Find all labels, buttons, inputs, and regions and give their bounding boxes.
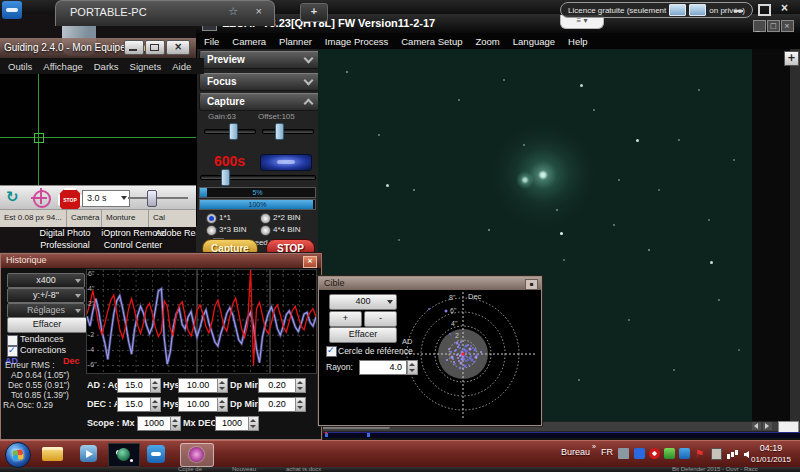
- cible-zoom-in-button[interactable]: +: [329, 311, 362, 327]
- cible-scale-select[interactable]: 400: [329, 294, 397, 310]
- bin-2x2-radio[interactable]: [260, 213, 271, 224]
- tray-bluetooth-icon[interactable]: [634, 448, 645, 459]
- ad-agr-field[interactable]: 15.0: [117, 378, 151, 393]
- reglages-select[interactable]: Réglages: [7, 303, 85, 318]
- historique-close-button[interactable]: ×: [303, 256, 317, 268]
- dec-hys-spinner[interactable]: [217, 397, 228, 412]
- rayon-field[interactable]: 4.0: [359, 360, 407, 375]
- status-mount[interactable]: Monture: [102, 210, 149, 227]
- teamviewer-icon[interactable]: [2, 1, 22, 19]
- ad-dpmin-field[interactable]: 0.20: [258, 378, 296, 393]
- phd-menu-signets[interactable]: Signets: [130, 61, 162, 72]
- menu-help[interactable]: Help: [568, 36, 588, 47]
- guide-camera-view[interactable]: [0, 74, 196, 185]
- phd-maximize-button[interactable]: [145, 40, 165, 55]
- preview-section-header[interactable]: Preview: [199, 51, 321, 69]
- ad-dpmin-spinner[interactable]: [295, 378, 306, 393]
- ad-agr-spinner[interactable]: [150, 378, 161, 393]
- tray-clipboard-icon[interactable]: [711, 448, 722, 460]
- ref-circle-checkbox[interactable]: [326, 346, 337, 357]
- menu-file[interactable]: File: [204, 36, 219, 47]
- dec-agr-spinner[interactable]: [150, 397, 161, 412]
- scroll-right-arrow[interactable]: [763, 422, 772, 430]
- session-maximize-button[interactable]: [754, 1, 772, 15]
- tray-display-icon[interactable]: [618, 448, 629, 459]
- loop-exposure-icon[interactable]: ↻: [6, 189, 28, 206]
- phd-menu-outils[interactable]: Outils: [8, 61, 32, 72]
- tray-app-icon[interactable]: [649, 448, 660, 459]
- dec-agr-field[interactable]: 15.0: [117, 397, 151, 412]
- menu-planner[interactable]: Planner: [279, 36, 312, 47]
- session-close-button[interactable]: ×: [778, 1, 796, 15]
- brightness-slider-thumb[interactable]: [147, 190, 157, 207]
- status-cal[interactable]: Cal: [149, 210, 187, 227]
- bureau-chevron[interactable]: »: [592, 443, 596, 450]
- gain-slider-thumb[interactable]: [229, 123, 238, 140]
- taskbar-teamviewer-icon[interactable]: [145, 443, 169, 465]
- tray-network-icon[interactable]: [727, 454, 730, 459]
- phd-minimize-button[interactable]: [124, 40, 144, 55]
- menu-zoom[interactable]: Zoom: [476, 36, 500, 47]
- phd-titlebar[interactable]: Guiding 2.4.0 - Mon Equipement ×: [0, 38, 196, 58]
- ezcap-minimize-button[interactable]: _: [753, 20, 766, 32]
- menu-language[interactable]: Language: [513, 36, 555, 47]
- tray-shield-icon[interactable]: [664, 448, 675, 459]
- session-minimize-button[interactable]: [730, 1, 748, 15]
- brightness-slider[interactable]: [128, 197, 188, 199]
- bin-1x1-radio[interactable]: [206, 213, 217, 224]
- cible-titlebar[interactable]: Cible ▪: [319, 277, 541, 290]
- session-tab[interactable]: PORTABLE-PC ☆ ×: [55, 0, 275, 26]
- tab-close-icon[interactable]: ×: [256, 5, 262, 17]
- historique-titlebar[interactable]: Historique ×: [1, 254, 321, 268]
- bureau-toolbar[interactable]: Bureau: [561, 447, 590, 457]
- ad-hys-spinner[interactable]: [217, 378, 228, 393]
- mx-ad-spinner[interactable]: [170, 416, 181, 431]
- dec-dpmin-spinner[interactable]: [295, 397, 306, 412]
- mx-dec-spinner[interactable]: [248, 416, 259, 431]
- taskbar-explorer-icon[interactable]: [40, 443, 66, 465]
- exposure-set-button[interactable]: [260, 154, 312, 171]
- phd-menu-darks[interactable]: Darks: [94, 61, 119, 72]
- dec-hys-field[interactable]: 10.00: [178, 397, 218, 412]
- menu-camera[interactable]: Camera: [232, 36, 266, 47]
- tray-flag-icon[interactable]: ⚑: [695, 448, 706, 459]
- rayon-spinner[interactable]: [407, 360, 418, 375]
- favorite-star-icon[interactable]: ☆: [228, 5, 238, 18]
- new-tab-button[interactable]: +: [300, 3, 328, 22]
- exposure-slider-thumb[interactable]: [221, 169, 230, 186]
- focus-section-header[interactable]: Focus: [199, 73, 321, 91]
- historique-effacer-button[interactable]: Effacer: [7, 317, 87, 333]
- mx-ad-field[interactable]: 1000: [137, 416, 171, 431]
- ezcap-close-button[interactable]: ×: [781, 20, 794, 32]
- offset-slider-thumb[interactable]: [275, 123, 284, 140]
- phd-menu-aide[interactable]: Aide: [172, 61, 191, 72]
- taskbar-phd-active-icon[interactable]: [180, 443, 214, 467]
- scroll-left-arrow[interactable]: [752, 422, 761, 430]
- dec-dpmin-field[interactable]: 0.20: [258, 397, 296, 412]
- bin-3x3-radio[interactable]: [206, 225, 217, 236]
- taskbar-planetarium-icon[interactable]: [108, 443, 140, 467]
- phd-menu-affichage[interactable]: Affichage: [43, 61, 82, 72]
- bin-4x4-radio[interactable]: [260, 225, 271, 236]
- start-button[interactable]: [5, 442, 31, 468]
- offset-slider[interactable]: [262, 129, 314, 134]
- cible-close-button[interactable]: ▪: [525, 279, 538, 290]
- menu-camera-setup[interactable]: Camera Setup: [401, 36, 462, 47]
- ezcap-maximize-button[interactable]: □: [767, 20, 780, 32]
- exposure-slider[interactable]: [200, 175, 316, 180]
- menu-image-process[interactable]: Image Process: [325, 36, 388, 47]
- cible-zoom-out-button[interactable]: -: [364, 311, 397, 327]
- zoom-plus-button[interactable]: +: [784, 51, 799, 66]
- tray-teamviewer-icon[interactable]: [679, 448, 690, 459]
- ad-hys-field[interactable]: 10.00: [178, 378, 218, 393]
- phd-close-button[interactable]: ×: [166, 40, 190, 55]
- language-indicator[interactable]: FR: [601, 447, 613, 457]
- capture-section-header[interactable]: Capture: [199, 93, 321, 111]
- mx-dec-field[interactable]: 1000: [215, 416, 249, 431]
- taskbar-clock[interactable]: 04:19 01/01/2015: [744, 442, 798, 465]
- cible-effacer-button[interactable]: Effacer: [329, 327, 397, 343]
- status-camera[interactable]: Caméra: [67, 210, 102, 227]
- vscale-select[interactable]: y:+/-8": [7, 288, 85, 303]
- taskbar-media-player-icon[interactable]: [78, 443, 100, 465]
- hscale-select[interactable]: x400: [7, 273, 85, 288]
